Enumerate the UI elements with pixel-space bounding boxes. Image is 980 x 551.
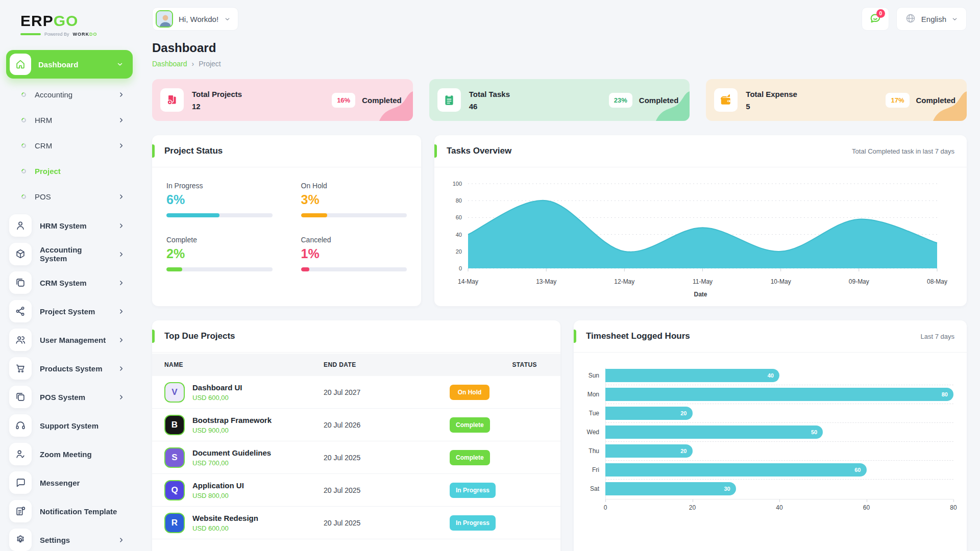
svg-text:100: 100 (453, 181, 462, 187)
language-selector[interactable]: English (896, 7, 967, 31)
sidebar-item-notification-template[interactable]: Notification Template (0, 497, 139, 525)
project-row-bootstrap-framework[interactable]: B Bootstrap Framework USD 900,00 20 Jul … (152, 409, 560, 441)
brand-work: WORK (73, 32, 90, 37)
x-tick-label: 40 (776, 504, 782, 511)
bar: 40 (605, 369, 779, 382)
svg-text:10-May: 10-May (771, 278, 791, 285)
bar-row-sat: Sat 30 (581, 481, 953, 496)
sidebar-item-hrm[interactable]: HRM (0, 107, 139, 133)
bar: 60 (605, 463, 867, 477)
project-row-dashboard-ui[interactable]: V Dashboard UI USD 600,00 20 Jul 2027 On… (152, 376, 560, 409)
sidebar-item-messenger[interactable]: Messenger (0, 468, 139, 497)
notifications-button[interactable]: 0 (862, 7, 889, 31)
stat-title: Total Projects (192, 90, 324, 98)
svg-text:12-May: 12-May (614, 278, 634, 285)
completed-label: Completed (639, 96, 679, 105)
grid-line (605, 479, 953, 480)
project-row-website-redesign[interactable]: R Website Redesign USD 600,00 20 Jul 202… (152, 507, 560, 539)
card-subtitle: Last 7 days (921, 333, 955, 340)
status-badge: On Hold (450, 385, 489, 400)
status-label: On Hold (301, 182, 407, 190)
sidebar-item-hrm-system[interactable]: HRM System (0, 211, 139, 240)
chevron-right-icon (118, 117, 125, 123)
project-name[interactable]: Application UI (192, 481, 244, 490)
sidebar-item-project-system[interactable]: Project System (0, 297, 139, 325)
chevron-right-icon (118, 337, 125, 343)
column-name: NAME (164, 361, 324, 368)
svg-text:11-May: 11-May (693, 278, 713, 285)
project-name[interactable]: Website Redesign (192, 514, 258, 522)
chevron-right-icon (118, 193, 125, 200)
bar-category-label: Thu (581, 447, 605, 455)
user-greeting: Hi, Workdo! (179, 15, 218, 23)
user-menu-button[interactable]: Hi, Workdo! (152, 7, 238, 31)
status-item-complete: Complete 2% (166, 236, 273, 271)
cube-icon (9, 243, 32, 265)
sidebar-item-crm[interactable]: CRM (0, 133, 139, 158)
project-logo: Q (164, 480, 185, 500)
project-end-date: 20 Jul 2025 (324, 519, 444, 527)
app-logo[interactable]: ERPGO (0, 9, 139, 31)
bullet-icon (20, 168, 27, 174)
chevron-right-icon (118, 251, 125, 258)
x-tick-label: 80 (950, 504, 957, 511)
cart-icon (9, 357, 32, 380)
stat-card-total-expense: Total Expense 5 17% Completed (706, 79, 967, 121)
sidebar-item-dashboard[interactable]: Dashboard (6, 50, 133, 79)
status-label: In Progress (166, 182, 273, 190)
bar: 20 (605, 407, 693, 420)
sidebar-item-pos[interactable]: POS (0, 184, 139, 209)
progress-fill (301, 213, 328, 217)
sidebar-item-project[interactable]: Project (0, 158, 139, 184)
sidebar-item-products-system[interactable]: Products System (0, 354, 139, 383)
chevron-down-icon (116, 61, 124, 68)
sidebar: ERPGO Powered By WORKDO Dashboard Accoun… (0, 0, 139, 551)
column-status: STATUS (444, 361, 548, 368)
powered-by-text: Powered By (44, 32, 69, 37)
breadcrumb-separator: › (192, 60, 194, 68)
project-name[interactable]: Bootstrap Framework (192, 416, 272, 424)
grid-line (605, 441, 953, 442)
chevron-right-icon (118, 222, 125, 229)
card-title: Project Status (164, 146, 223, 156)
svg-text:20: 20 (456, 248, 462, 255)
grid-line (605, 385, 953, 385)
breadcrumb-dashboard-link[interactable]: Dashboard (152, 60, 187, 68)
sidebar-item-crm-system[interactable]: CRM System (0, 268, 139, 297)
gear-icon (9, 529, 32, 551)
logo-erp: ERP (20, 12, 54, 29)
sidebar-item-zoom-meeting[interactable]: Zoom Meeting (0, 440, 139, 468)
bar-category-label: Sat (581, 485, 605, 492)
chat-icon (9, 471, 32, 494)
project-name[interactable]: Dashboard UI (192, 383, 242, 392)
page-header: Dashboard Dashboard › Project (152, 41, 967, 68)
svg-text:0: 0 (459, 265, 462, 271)
card-stack-icon (9, 271, 32, 294)
stat-title: Total Expense (746, 90, 877, 98)
sidebar-item-accounting[interactable]: Accounting (0, 82, 139, 107)
project-row-document-guidelines[interactable]: S Document Guidelines USD 700,00 20 Jul … (152, 441, 560, 474)
sidebar-item-support-system[interactable]: Support System (0, 411, 139, 440)
sidebar-item-accounting-system[interactable]: Accounting System (0, 240, 139, 268)
avatar (156, 10, 173, 28)
project-logo: S (164, 447, 185, 468)
bar: 20 (605, 444, 693, 458)
grid-line (605, 404, 953, 404)
sidebar-item-settings[interactable]: Settings (0, 525, 139, 551)
status-badge: In Progress (450, 515, 496, 531)
project-end-date: 20 Jul 2025 (324, 486, 444, 494)
headset-icon (9, 414, 32, 437)
chevron-right-icon (118, 91, 125, 98)
project-row-application-ui[interactable]: Q Application UI USD 800,00 20 Jul 2025 … (152, 474, 560, 507)
progress-track (166, 267, 273, 271)
card-stack-icon (9, 386, 32, 408)
sidebar-item-user-management[interactable]: User Management (0, 325, 139, 354)
project-logo: B (164, 415, 185, 435)
table-body: V Dashboard UI USD 600,00 20 Jul 2027 On… (152, 376, 560, 539)
bar-value-label: 80 (942, 391, 948, 397)
project-status-card: Project Status In Progress 6% On Hold 3%… (152, 135, 421, 306)
chevron-right-icon (118, 142, 125, 149)
sidebar-item-pos-system[interactable]: POS System (0, 383, 139, 411)
user-icon (9, 214, 32, 237)
project-name[interactable]: Document Guidelines (192, 448, 271, 457)
